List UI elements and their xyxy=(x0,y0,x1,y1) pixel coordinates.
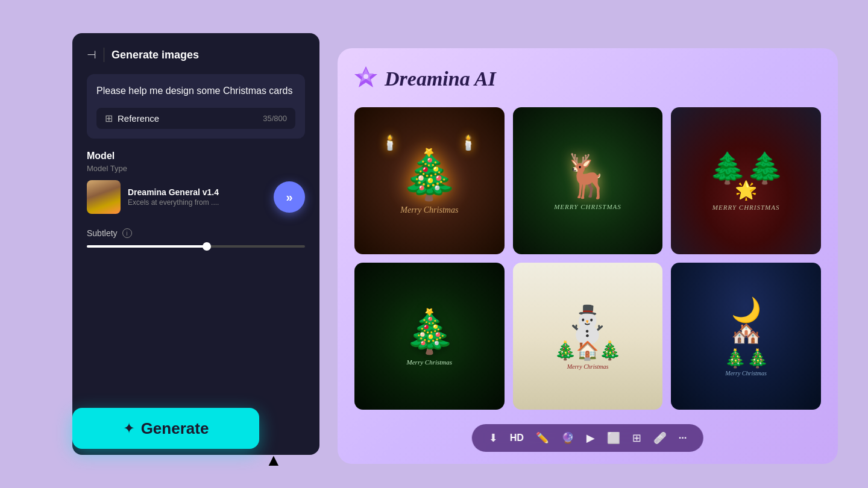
hd-button[interactable]: HD xyxy=(510,433,524,443)
card-visual-5: ⛄ 🎄🏠🎄 Merry Christmas xyxy=(513,263,663,410)
reference-button[interactable]: ⊞ Reference 35/800 xyxy=(96,108,295,129)
card-visual-3: 🌲🌲 🌟 MERRY CHRISTMAS xyxy=(671,107,821,254)
card-visual-4: 🎄 Merry Christmas xyxy=(354,263,505,410)
reference-label: Reference xyxy=(118,113,159,124)
image-card-2[interactable]: 🦌 MERRY CHRISTMAS xyxy=(513,107,663,254)
image-card-4[interactable]: 🎄 Merry Christmas xyxy=(354,263,505,410)
subtlety-row: Subtlety i xyxy=(87,228,305,238)
card-visual-6: 🌙 🏘️ 🎄🎄 Merry Christmas xyxy=(671,263,821,410)
more-button[interactable]: ··· xyxy=(679,433,687,443)
subtlety-slider[interactable] xyxy=(87,245,305,248)
right-panel: Dreamina AI 🎄 Merry Christmas 🕯️ 🕯️ 🦌 ME… xyxy=(338,48,838,464)
images-grid: 🎄 Merry Christmas 🕯️ 🕯️ 🦌 MERRY CHRISTMA… xyxy=(354,107,821,410)
panel-header: ⊣ Generate images xyxy=(87,48,305,62)
dreamina-logo-icon xyxy=(354,65,377,93)
dreamina-title: Dreamina AI xyxy=(385,67,496,90)
cursor: ▲ xyxy=(265,451,282,470)
svg-point-2 xyxy=(363,74,368,79)
resize-icon[interactable]: ⊞ xyxy=(632,431,641,445)
model-thumbnail xyxy=(87,180,121,214)
dreamina-header: Dreamina AI xyxy=(354,65,821,93)
image-card-5[interactable]: ⛄ 🎄🏠🎄 Merry Christmas xyxy=(513,263,663,410)
char-count: 35/800 xyxy=(263,114,287,123)
model-section: Model Model Type Dreamina General v1.4 E… xyxy=(87,151,305,214)
header-divider xyxy=(104,48,104,62)
slider-fill xyxy=(87,245,207,248)
model-info: Dreamina General v1.4 Excels at everythi… xyxy=(128,187,266,207)
download-icon[interactable]: ⬇ xyxy=(489,431,498,445)
expand-icon[interactable]: ⬜ xyxy=(607,431,620,445)
sidebar-toggle-icon[interactable]: ⊣ xyxy=(87,48,96,61)
panel-title: Generate images xyxy=(112,49,199,61)
image-card-6[interactable]: 🌙 🏘️ 🎄🎄 Merry Christmas xyxy=(671,263,821,410)
edit-icon[interactable]: ✏️ xyxy=(536,431,549,445)
reference-icon: ⊞ xyxy=(105,113,113,124)
slider-thumb[interactable] xyxy=(203,242,211,251)
generate-label: Generate xyxy=(141,419,209,438)
retouch-icon[interactable]: 🩹 xyxy=(653,431,667,445)
image-card-3[interactable]: 🌲🌲 🌟 MERRY CHRISTMAS xyxy=(671,107,821,254)
model-next-button[interactable]: » xyxy=(274,181,305,213)
model-description: Excels at everything from .... xyxy=(128,198,266,207)
bottom-toolbar: ⬇ HD ✏️ 🔮 ▶ ⬜ ⊞ 🩹 ··· xyxy=(472,424,703,452)
generate-star-icon: ✦ xyxy=(123,420,135,437)
image-card-1[interactable]: 🎄 Merry Christmas 🕯️ 🕯️ xyxy=(354,107,505,254)
card-visual-1: 🎄 Merry Christmas 🕯️ 🕯️ xyxy=(354,107,505,254)
subtlety-section: Subtlety i xyxy=(87,228,305,248)
left-panel: ⊣ Generate images Please help me design … xyxy=(72,33,319,455)
erase-icon[interactable]: 🔮 xyxy=(561,431,574,445)
model-title: Model xyxy=(87,151,305,161)
reference-left: ⊞ Reference xyxy=(105,113,159,124)
card-visual-2: 🦌 MERRY CHRISTMAS xyxy=(513,107,663,254)
prompt-text[interactable]: Please help me design some Christmas car… xyxy=(96,84,295,98)
subtlety-info-icon[interactable]: i xyxy=(122,228,132,238)
model-row: Dreamina General v1.4 Excels at everythi… xyxy=(87,180,305,214)
generate-button[interactable]: ✦ Generate xyxy=(72,408,259,449)
play-icon[interactable]: ▶ xyxy=(587,431,595,445)
model-subtitle: Model Type xyxy=(87,164,305,173)
subtlety-label: Subtlety xyxy=(87,228,118,238)
prompt-box: Please help me design some Christmas car… xyxy=(87,74,305,139)
model-name: Dreamina General v1.4 xyxy=(128,187,266,197)
